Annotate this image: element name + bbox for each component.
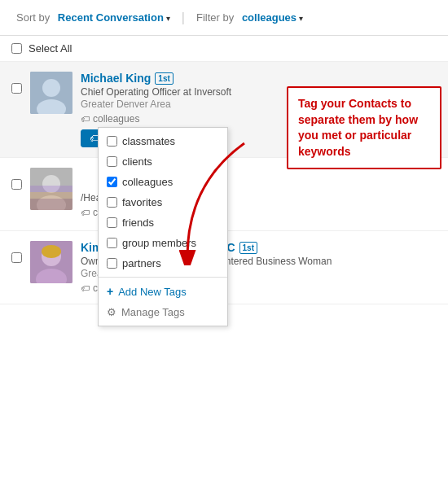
tag-checkbox-clients[interactable] xyxy=(107,156,117,167)
avatar-michael xyxy=(30,72,72,114)
sort-value: Recent Conversation xyxy=(58,11,164,24)
plus-icon: + xyxy=(107,285,113,298)
tooltip-text: Tag your Contacts to separate them by ho… xyxy=(298,96,430,160)
tag-icon-michael: 🏷 xyxy=(81,114,90,124)
tag-checkbox-favorites[interactable] xyxy=(107,197,117,208)
filter-button[interactable]: Filter by colleagues xyxy=(191,8,308,27)
contact-checkbox-user2[interactable] xyxy=(11,179,22,190)
tag-icon-kim: 🏷 xyxy=(81,283,90,293)
svg-point-13 xyxy=(42,245,61,258)
add-new-tags-button[interactable]: + Add New Tags xyxy=(99,281,227,302)
avatar-user2 xyxy=(30,168,72,210)
tag-label-clients: clients xyxy=(122,155,152,168)
tag-text-michael: colleagues xyxy=(93,113,139,125)
avatar-kim xyxy=(30,241,72,283)
filter-value: colleagues xyxy=(242,11,296,24)
tag-checkbox-partners[interactable] xyxy=(107,258,117,269)
tag-label-favorites: favorites xyxy=(122,196,162,208)
tooltip-box: Tag your Contacts to separate them by ho… xyxy=(287,86,441,169)
select-all-bar: Select All xyxy=(0,36,448,62)
filter-label: Filter by xyxy=(196,11,234,24)
toolbar: Sort by Recent Conversation | Filter by … xyxy=(0,0,448,36)
svg-rect-9 xyxy=(30,186,72,192)
filter-chevron-icon xyxy=(299,11,303,24)
sort-button[interactable]: Sort by Recent Conversation xyxy=(11,8,175,27)
tag-checkbox-classmates[interactable] xyxy=(107,136,117,147)
contact-checkbox-michael[interactable] xyxy=(11,83,22,94)
tag-label-partners: partners xyxy=(122,257,161,269)
tag-checkbox-colleagues[interactable] xyxy=(107,177,117,187)
tag-label-friends: friends xyxy=(122,217,154,229)
svg-rect-7 xyxy=(30,199,72,210)
tag-checkbox-friends[interactable] xyxy=(107,217,117,228)
degree-badge-michael: 1st xyxy=(155,72,173,85)
toolbar-divider: | xyxy=(182,11,185,25)
manage-tags-button[interactable]: ⚙ Manage Tags xyxy=(99,302,227,322)
tag-dropdown-divider xyxy=(99,277,227,278)
gear-icon: ⚙ xyxy=(107,306,116,318)
contact-list: Michael King 1st Chief Operating Officer… xyxy=(0,62,448,304)
tag-checkbox-group-members[interactable] xyxy=(107,238,117,248)
sort-chevron-icon xyxy=(166,11,170,24)
svg-point-1 xyxy=(42,79,60,97)
select-all-label[interactable]: Select All xyxy=(29,42,72,55)
select-all-checkbox[interactable] xyxy=(11,43,22,54)
sort-label: Sort by xyxy=(16,11,50,24)
contact-checkbox-kim[interactable] xyxy=(11,252,22,263)
svg-rect-8 xyxy=(30,192,72,199)
contact-name-michael: Michael King 1st xyxy=(81,72,437,85)
contact-item-michael: Michael King 1st Chief Operating Officer… xyxy=(0,62,448,158)
tag-icon-user2: 🏷 xyxy=(81,208,90,217)
red-arrow-icon xyxy=(163,135,261,265)
